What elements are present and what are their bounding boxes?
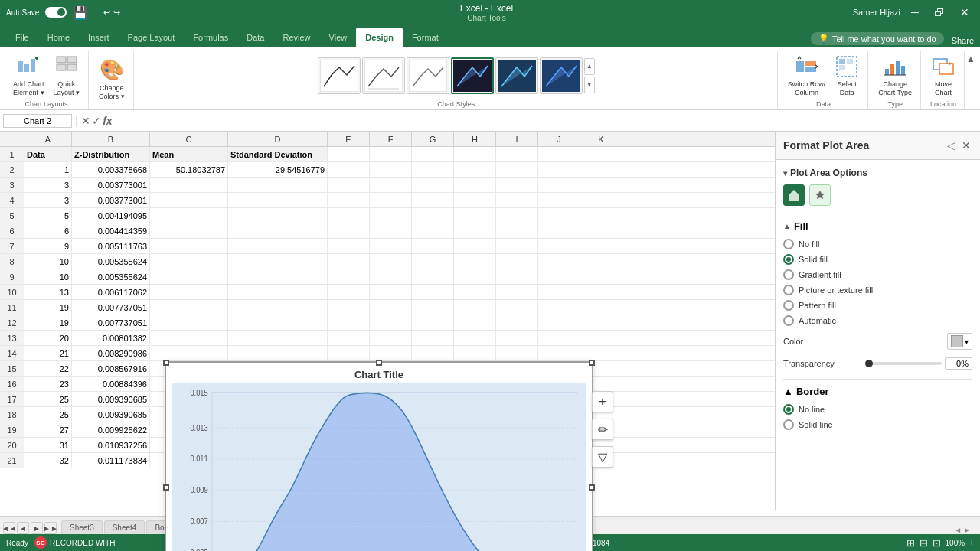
border-no-line-radio[interactable] [783,404,794,415]
cell-f12[interactable] [370,315,412,330]
cell-a15[interactable]: 22 [24,361,72,376]
chart-style-button[interactable]: ✏ [592,419,613,440]
cell-f3[interactable] [370,178,412,192]
tab-home[interactable]: Home [38,28,79,47]
cell-c10[interactable] [150,285,228,299]
cell-f13[interactable] [370,331,412,345]
border-no-line-option[interactable]: No line [783,402,972,417]
fill-solid-radio[interactable] [783,254,794,265]
cell-c12[interactable] [150,315,228,330]
cell-f9[interactable] [370,269,412,284]
cell-g5[interactable] [412,208,454,223]
cell-a19[interactable]: 27 [24,422,72,437]
chart-handle-top-right[interactable] [589,360,595,366]
cell-f14[interactable] [370,346,412,360]
close-button[interactable]: ✕ [956,5,974,20]
cell-a1[interactable]: Data [24,147,72,161]
add-chart-element-button[interactable]: Add ChartElement ▾ [9,52,48,99]
name-box[interactable] [3,114,72,128]
fill-pattern-radio[interactable] [783,300,794,311]
cell-b19[interactable]: 0.009925622 [72,422,150,437]
cell-a18[interactable]: 25 [24,407,72,422]
cell-a13[interactable]: 20 [24,331,72,345]
cell-j7[interactable] [538,239,580,253]
cell-b21[interactable]: 0.011173834 [72,453,150,468]
cell-a14[interactable]: 21 [24,346,72,360]
chart-style-6[interactable] [540,57,583,94]
cell-j10[interactable] [538,285,580,299]
formula-function-icon[interactable]: fx [103,115,112,127]
cell-d12[interactable] [228,315,328,330]
cell-h2[interactable] [454,162,496,177]
cell-b5[interactable]: 0.004194095 [72,208,150,223]
cell-b18[interactable]: 0.009390685 [72,407,150,422]
transparency-slider[interactable] [865,362,942,365]
cell-h13[interactable] [454,331,496,345]
cell-c7[interactable] [150,239,228,253]
cell-f4[interactable] [370,193,412,207]
fill-gradient-radio[interactable] [783,269,794,280]
cell-j1[interactable] [538,147,580,161]
quick-layout-button[interactable]: QuickLayout ▾ [50,52,84,99]
chart-style-5[interactable] [495,57,538,94]
cell-a4[interactable]: 3 [24,193,72,207]
cell-c9[interactable] [150,269,228,284]
cell-f8[interactable] [370,254,412,269]
cell-c5[interactable] [150,208,228,223]
cell-d3[interactable] [228,178,328,192]
cell-b11[interactable]: 0.007737051 [72,300,150,315]
cell-d13[interactable] [228,331,328,345]
chart-styles-scroll-up[interactable]: ▲ [584,58,595,75]
tab-insert[interactable]: Insert [79,28,119,47]
cell-d4[interactable] [228,193,328,207]
cell-b15[interactable]: 0.008567916 [72,361,150,376]
cell-a7[interactable]: 9 [24,239,72,253]
tab-data[interactable]: Data [237,28,273,47]
cell-j9[interactable] [538,269,580,284]
cell-a8[interactable]: 10 [24,254,72,269]
cell-b20[interactable]: 0.010937256 [72,438,150,452]
sheet-nav-prev[interactable]: ◄ [17,522,29,534]
cell-c13[interactable] [150,331,228,345]
cell-g8[interactable] [412,254,454,269]
cell-a9[interactable]: 10 [24,269,72,284]
chart-area[interactable]: Chart Title [165,361,593,551]
sheet-nav-next[interactable]: ► [31,522,43,534]
pao-fill-icon[interactable] [783,184,805,206]
chart-style-1[interactable] [318,57,361,94]
cell-b16[interactable]: 0.00884396 [72,377,150,391]
cell-i2[interactable] [496,162,538,177]
cell-g10[interactable] [412,285,454,299]
cell-d8[interactable] [228,254,328,269]
cell-b7[interactable]: 0.005111763 [72,239,150,253]
cell-a16[interactable]: 23 [24,377,72,391]
cell-e9[interactable] [328,269,370,284]
cell-e2[interactable] [328,162,370,177]
cell-j2[interactable] [538,162,580,177]
fill-pattern-option[interactable]: Pattern fill [783,298,972,313]
cell-j12[interactable] [538,315,580,330]
select-data-button[interactable]: SelectData [831,52,863,99]
chart-filter-button[interactable]: ▽ [592,446,613,468]
tab-file[interactable]: File [6,28,38,47]
cell-c6[interactable] [150,223,228,238]
cell-d6[interactable] [228,223,328,238]
cell-e6[interactable] [328,223,370,238]
tab-review[interactable]: Review [273,28,319,47]
cell-a12[interactable]: 19 [24,315,72,330]
view-page-break-icon[interactable]: ⊡ [933,537,941,549]
cell-c14[interactable] [150,346,228,360]
cell-i10[interactable] [496,285,538,299]
cell-g7[interactable] [412,239,454,253]
switch-row-column-button[interactable]: Switch Row/Column [784,52,830,99]
chart-handle-top-center[interactable] [376,360,382,366]
cell-b14[interactable]: 0.008290986 [72,346,150,360]
cell-g11[interactable] [412,300,454,315]
tab-view[interactable]: View [320,28,357,47]
save-button[interactable]: 💾 [73,5,88,20]
cell-a20[interactable]: 31 [24,438,72,452]
share-button[interactable]: Share [952,36,974,45]
cell-e4[interactable] [328,193,370,207]
zoom-button[interactable]: + [969,539,974,547]
change-colors-button[interactable]: 🎨 ChangeColors ▾ [95,56,129,103]
